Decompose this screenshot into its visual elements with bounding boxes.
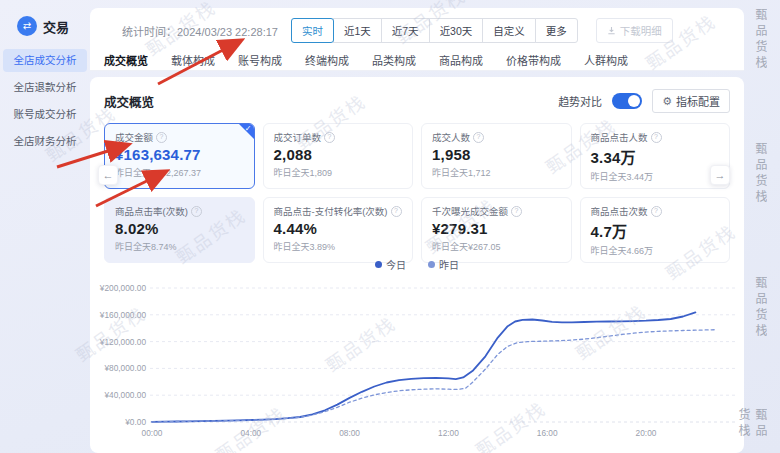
metric-value: 2,088 bbox=[274, 146, 403, 163]
time-range-button[interactable]: 近30天 bbox=[429, 18, 484, 43]
time-range-button[interactable]: 更多 bbox=[535, 18, 578, 43]
metric-value: ¥279.31 bbox=[432, 220, 561, 237]
metric-card[interactable]: 商品点击率(次数) ? 8.02% 昨日全天8.74% bbox=[104, 197, 255, 263]
legend-dot-icon bbox=[375, 261, 382, 268]
y-axis-tick: ¥80,000.00 bbox=[103, 363, 146, 373]
metric-card[interactable]: 商品点击-支付转化率(次数) ? 4.44% 昨日全天3.89% bbox=[263, 197, 414, 263]
watermark-vertical: 甄品货栈 bbox=[753, 276, 769, 340]
metric-title: 成交订单数 bbox=[274, 130, 322, 144]
series-line-solid bbox=[152, 312, 695, 421]
composition-tab[interactable]: 商品构成 bbox=[439, 52, 483, 68]
metric-title-row: 商品点击人数 ? bbox=[591, 130, 720, 144]
time-range-group: 实时近1天近7天近30天自定义更多 bbox=[292, 18, 578, 43]
metric-card[interactable]: 成交订单数 ? 2,088 昨日全天1,809 bbox=[263, 123, 414, 189]
trade-app-icon: ⇄ bbox=[17, 16, 37, 36]
series-line-dashed bbox=[152, 330, 715, 422]
composition-tab[interactable]: 账号构成 bbox=[238, 52, 282, 68]
download-detail-label: 下载明细 bbox=[620, 23, 662, 38]
sidebar-nav: 全店成交分析全店退款分析账号成交分析全店财务分析 bbox=[0, 49, 90, 153]
download-icon bbox=[607, 26, 616, 35]
metric-title: 商品点击次数 bbox=[591, 204, 648, 218]
y-axis-tick: ¥0.00 bbox=[124, 417, 146, 427]
info-icon[interactable]: ? bbox=[156, 132, 167, 143]
y-axis-tick: ¥160,000.00 bbox=[99, 310, 147, 320]
info-icon[interactable]: ? bbox=[651, 132, 662, 143]
composition-tab[interactable]: 终端构成 bbox=[305, 52, 349, 68]
trend-compare-toggle[interactable] bbox=[612, 93, 642, 109]
metric-title: 成交金额 bbox=[115, 130, 153, 144]
metric-title-row: 商品点击-支付转化率(次数) ? bbox=[274, 204, 403, 218]
composition-tab[interactable]: 价格带构成 bbox=[506, 52, 561, 68]
metric-value: 4.7万 bbox=[591, 220, 720, 241]
legend-label: 今日 bbox=[386, 257, 406, 272]
metric-card[interactable]: 商品点击次数 ? 4.7万 昨日全天4.66万 bbox=[580, 197, 731, 263]
panel-title: 成交概览 bbox=[104, 92, 154, 111]
legend-dot-icon bbox=[428, 261, 435, 268]
composition-tab[interactable]: 载体构成 bbox=[171, 52, 215, 68]
watermark-vertical: 甄品货栈 bbox=[753, 408, 769, 453]
download-detail-button[interactable]: 下载明细 bbox=[596, 18, 673, 43]
topbar-filter-row: 统计时间：2024/03/23 22:28:17 实时近1天近7天近30天自定义… bbox=[104, 18, 730, 43]
legend-item[interactable]: 今日 bbox=[375, 257, 406, 272]
composition-tab[interactable]: 成交概览 bbox=[104, 52, 148, 68]
metric-card[interactable]: 商品点击人数 ? 3.34万 昨日全天3.44万 bbox=[580, 123, 731, 189]
carousel-prev-button[interactable]: ← bbox=[98, 165, 118, 185]
sidebar-item[interactable]: 账号成交分析 bbox=[3, 103, 87, 126]
metric-yesterday-value: 昨日全天8.74% bbox=[115, 240, 244, 253]
metric-card[interactable]: 成交人数 ? 1,958 昨日全天1,712 bbox=[421, 123, 572, 189]
metric-title-row: 成交订单数 ? bbox=[274, 130, 403, 144]
metric-card[interactable]: 千次曝光成交金额 ? ¥279.31 昨日全天¥267.05 bbox=[421, 197, 572, 263]
x-axis-tick: 04:00 bbox=[240, 428, 261, 438]
chart-legend: 今日 昨日 bbox=[90, 257, 744, 272]
x-axis-tick: 12:00 bbox=[438, 428, 459, 438]
trend-compare-label: 趋势对比 bbox=[558, 93, 602, 109]
metric-yesterday-value: 昨日全天3.89% bbox=[274, 240, 403, 253]
metric-title-row: 成交金额 ? bbox=[115, 130, 244, 144]
sidebar-item[interactable]: 全店财务分析 bbox=[3, 130, 87, 153]
info-icon[interactable]: ? bbox=[191, 206, 202, 217]
overview-panel: 成交概览 趋势对比 ⚙ 指标配置 成交金额 ? ¥163,634.77 昨日全天… bbox=[90, 77, 744, 453]
time-range-button[interactable]: 自定义 bbox=[482, 18, 536, 43]
gear-icon: ⚙ bbox=[662, 96, 672, 107]
metric-yesterday-value: 昨日全天¥142,267.37 bbox=[115, 166, 244, 179]
check-icon: ✓ bbox=[245, 124, 252, 133]
metric-yesterday-value: 昨日全天¥267.05 bbox=[432, 240, 561, 253]
metric-title: 成交人数 bbox=[432, 130, 470, 144]
time-range-button[interactable]: 近7天 bbox=[381, 18, 430, 43]
composition-tabs: 成交概览载体构成账号构成终端构成品类构成商品构成价格带构成人群构成 bbox=[104, 52, 730, 68]
metric-yesterday-value: 昨日全天3.44万 bbox=[591, 170, 720, 183]
composition-tab[interactable]: 人群构成 bbox=[584, 52, 628, 68]
info-icon[interactable]: ? bbox=[324, 132, 335, 143]
metric-config-button[interactable]: ⚙ 指标配置 bbox=[652, 89, 730, 113]
transaction-dashboard: ⇄ 交易 全店成交分析全店退款分析账号成交分析全店财务分析 统计时间：2024/… bbox=[0, 0, 780, 453]
time-range-button[interactable]: 实时 bbox=[291, 18, 334, 43]
metric-value: ¥163,634.77 bbox=[115, 146, 244, 163]
time-range-button[interactable]: 近1天 bbox=[333, 18, 382, 43]
metric-value: 4.44% bbox=[274, 220, 403, 237]
metric-yesterday-value: 昨日全天4.66万 bbox=[591, 244, 720, 257]
legend-label: 昨日 bbox=[439, 257, 459, 272]
toggle-knob bbox=[628, 95, 640, 107]
metric-title: 千次曝光成交金额 bbox=[432, 204, 508, 218]
x-axis-tick: 08:00 bbox=[339, 428, 360, 438]
metric-cards: 成交金额 ? ¥163,634.77 昨日全天¥142,267.37 ✓ 成交订… bbox=[104, 123, 730, 263]
legend-item[interactable]: 昨日 bbox=[428, 257, 459, 272]
sidebar-item[interactable]: 全店成交分析 bbox=[3, 49, 87, 72]
metric-card[interactable]: 成交金额 ? ¥163,634.77 昨日全天¥142,267.37 ✓ bbox=[104, 123, 255, 189]
info-icon[interactable]: ? bbox=[473, 132, 484, 143]
watermark-vertical: 甄品货栈 bbox=[753, 142, 769, 206]
app-header: ⇄ 交易 bbox=[0, 0, 90, 36]
y-axis-tick: ¥200,000.00 bbox=[99, 283, 147, 293]
stat-time-label: 统计时间：2024/03/23 22:28:17 bbox=[122, 23, 278, 39]
metric-yesterday-value: 昨日全天1,712 bbox=[432, 166, 561, 179]
app-title: 交易 bbox=[43, 17, 69, 36]
info-icon[interactable]: ? bbox=[651, 206, 662, 217]
composition-tab[interactable]: 品类构成 bbox=[372, 52, 416, 68]
carousel-next-button[interactable]: → bbox=[710, 165, 730, 185]
sidebar: ⇄ 交易 全店成交分析全店退款分析账号成交分析全店财务分析 bbox=[0, 0, 90, 453]
panel-header: 成交概览 趋势对比 ⚙ 指标配置 bbox=[104, 89, 730, 113]
sidebar-item[interactable]: 全店退款分析 bbox=[3, 76, 87, 99]
info-icon[interactable]: ? bbox=[511, 206, 522, 217]
metric-title: 商品点击率(次数) bbox=[115, 204, 188, 218]
info-icon[interactable]: ? bbox=[391, 206, 402, 217]
